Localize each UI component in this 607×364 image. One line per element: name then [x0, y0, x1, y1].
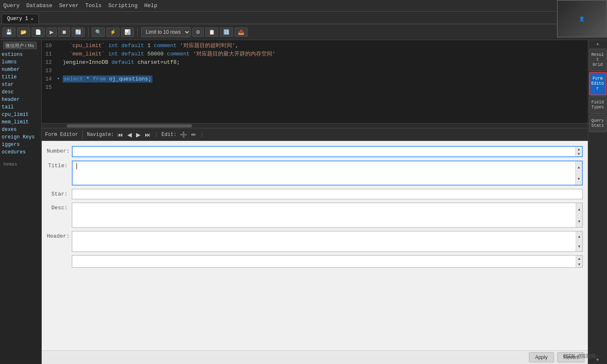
toolbar-refresh[interactable]: 🔄 [72, 28, 85, 37]
form-extra-scroll-down[interactable]: ▼ [576, 261, 582, 267]
right-tab-form-editor[interactable]: Form Editor [589, 72, 607, 95]
menu-help[interactable]: Help [144, 3, 157, 9]
form-extra-scroll: ▲ ▼ [576, 256, 582, 267]
sidebar-field-cpu-limit[interactable]: cpu_limit [0, 111, 41, 118]
form-number-scroll: ▲ ▼ [575, 147, 582, 156]
toolbar-btn-extra1[interactable]: ⚙ [192, 28, 204, 37]
line-num-14: 14 [42, 75, 57, 83]
nav-next[interactable]: ▶ [135, 131, 142, 138]
form-extra-scroll-up[interactable]: ▲ [576, 256, 582, 261]
sidebar-field-mem-limit[interactable]: mem_limit [0, 118, 41, 126]
right-tab-result-grid[interactable]: Result Grid [589, 49, 607, 71]
right-scroll-up[interactable]: ▲ [596, 42, 599, 46]
sidebar-item-ocedures[interactable]: ocedures [0, 148, 41, 156]
menu-tools[interactable]: Tools [85, 3, 101, 9]
form-desc-scroll: ▲ ▼ [576, 203, 582, 227]
watermark: CSDN @陈陈陈-- [563, 353, 602, 360]
sidebar-field-desc[interactable]: desc [0, 88, 41, 96]
code-hscroll[interactable] [42, 123, 588, 128]
hscroll-thumb[interactable] [67, 124, 192, 128]
edit-add[interactable]: ➕ [179, 131, 188, 138]
menu-scripting[interactable]: Scripting [108, 3, 137, 9]
code-editor[interactable]: 10 `cpu_limit` int default 1 comment '对应… [42, 40, 588, 123]
toolbar-search[interactable]: 🔍 [92, 28, 105, 37]
line-content-15 [63, 83, 66, 92]
webcam-inner: 👤 [558, 1, 606, 37]
limit-select[interactable]: Limit to 10 rows [141, 27, 191, 37]
form-desc-scroll-up[interactable]: ▲ [576, 203, 582, 215]
form-label-header: Header: [47, 231, 72, 239]
form-header-scroll-down[interactable]: ▼ [576, 241, 582, 251]
form-row-header: Header: ▲ ▼ [42, 229, 588, 254]
toolbar-explain[interactable]: ⚡ [106, 28, 119, 37]
navigate-label: Navigate: [87, 132, 114, 138]
toolbar-stop[interactable]: ⏹ [58, 28, 70, 37]
menu-bar: Query Database Server Tools Scripting He… [0, 0, 607, 12]
form-row-extra: ▲ ▼ [42, 254, 588, 269]
sidebar: estions lumns number title star desc hea… [0, 40, 42, 364]
form-header-scroll-up[interactable]: ▲ [576, 231, 582, 241]
sidebar-item-dexes[interactable]: dexes [0, 126, 41, 133]
toolbar-sep-1 [88, 28, 89, 37]
form-desc-wrapper: ▲ ▼ [72, 203, 583, 228]
form-actions: Apply Revert [42, 350, 588, 364]
code-line-11: 11 `mem_limit` int default 50000 comment… [42, 50, 588, 58]
right-tab-query-stats[interactable]: Query Stats [589, 115, 607, 132]
nav-first[interactable]: ⏮ [116, 131, 124, 138]
form-title-scroll-down[interactable]: ▼ [576, 173, 582, 185]
tab-bar: Query 1 ✕ [0, 12, 607, 24]
toolbar-btn-extra2[interactable]: 📋 [205, 28, 218, 37]
form-row-star: Star: [42, 187, 588, 201]
form-row-number: Number: ▲ ▼ [42, 144, 588, 159]
form-textarea-title[interactable]: │ [73, 161, 575, 185]
sidebar-field-header[interactable]: header [0, 96, 41, 103]
form-input-number[interactable] [73, 147, 575, 156]
form-textarea-header[interactable] [72, 231, 576, 251]
webcam-placeholder: 👤 [579, 16, 585, 22]
right-tab-field-types[interactable]: Field Types [589, 96, 607, 114]
sidebar-field-number[interactable]: number [0, 66, 41, 73]
form-number-scroll-down[interactable]: ▼ [576, 152, 582, 157]
right-panel: ▲ Result Grid Form Editor Field Types Qu… [588, 40, 607, 364]
line-num-13: 13 [42, 67, 57, 75]
line-num-11: 11 [42, 50, 57, 58]
form-textarea-desc[interactable] [72, 203, 576, 227]
form-textarea-extra[interactable] [72, 256, 576, 267]
apply-button[interactable]: Apply [529, 352, 554, 362]
code-line-12: 12 )engine=InnoDB default charset=utf8; [42, 58, 588, 67]
form-toolbar-sep [82, 130, 83, 139]
menu-database[interactable]: Database [26, 3, 52, 9]
toolbar-btn-extra3[interactable]: 🔢 [220, 28, 233, 37]
form-title-scroll-up[interactable]: ▲ [576, 161, 582, 173]
form-row-desc: Desc: ▲ ▼ [42, 201, 588, 229]
line-content-10: `cpu_limit` int default 1 comment '对应题目的… [63, 42, 238, 50]
menu-query[interactable]: Query [3, 3, 20, 9]
toolbar-format[interactable]: 📊 [121, 28, 134, 37]
sidebar-item-foreignkeys[interactable]: oreign Keys [0, 133, 41, 141]
form-number-scroll-up[interactable]: ▲ [576, 147, 582, 152]
form-panel: Form Editor Navigate: ⏮ ◀ ▶ ⏭ | Edit: ➕ … [42, 128, 588, 364]
toolbar-open[interactable]: 📂 [17, 28, 30, 37]
form-input-star[interactable] [72, 189, 583, 199]
toolbar-run[interactable]: ▶ [46, 28, 57, 37]
sidebar-field-title[interactable]: title [0, 73, 41, 81]
code-line-10: 10 `cpu_limit` int default 1 comment '对应… [42, 42, 588, 50]
sidebar-item-iggers[interactable]: iggers [0, 141, 41, 148]
form-label-title: Title: [47, 161, 72, 169]
form-desc-scroll-down[interactable]: ▼ [576, 215, 582, 227]
sidebar-field-star[interactable]: star [0, 81, 41, 88]
menu-server[interactable]: Server [59, 3, 78, 9]
toolbar-btn-extra4[interactable]: 📤 [235, 28, 248, 37]
edit-edit[interactable]: ✏ [190, 131, 197, 138]
sidebar-item-estions[interactable]: estions [0, 51, 41, 58]
nav-prev[interactable]: ◀ [126, 131, 133, 138]
query-tab-1-close[interactable]: ✕ [30, 16, 33, 22]
toolbar-new[interactable]: 📄 [32, 28, 45, 37]
editor-area: 10 `cpu_limit` int default 1 comment '对应… [42, 40, 588, 364]
sidebar-search-input[interactable] [3, 42, 37, 49]
toolbar-save[interactable]: 💾 [3, 28, 15, 37]
sidebar-field-tail[interactable]: tail [0, 103, 41, 111]
sidebar-item-lumns[interactable]: lumns [0, 58, 41, 66]
query-tab-1[interactable]: Query 1 ✕ [2, 14, 39, 24]
nav-last[interactable]: ⏭ [144, 131, 152, 138]
